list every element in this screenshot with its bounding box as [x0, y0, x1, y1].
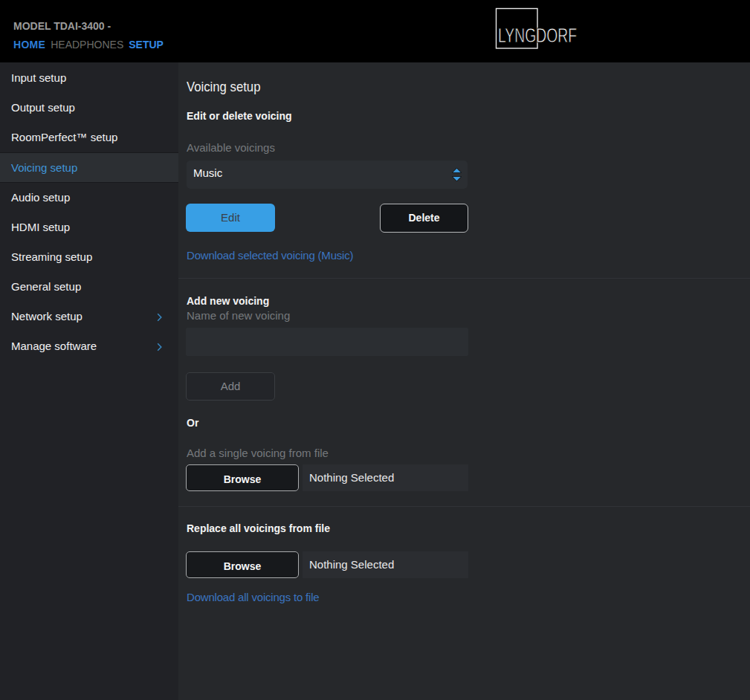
svg-text:LYNGDORF: LYNGDORF	[498, 24, 577, 47]
